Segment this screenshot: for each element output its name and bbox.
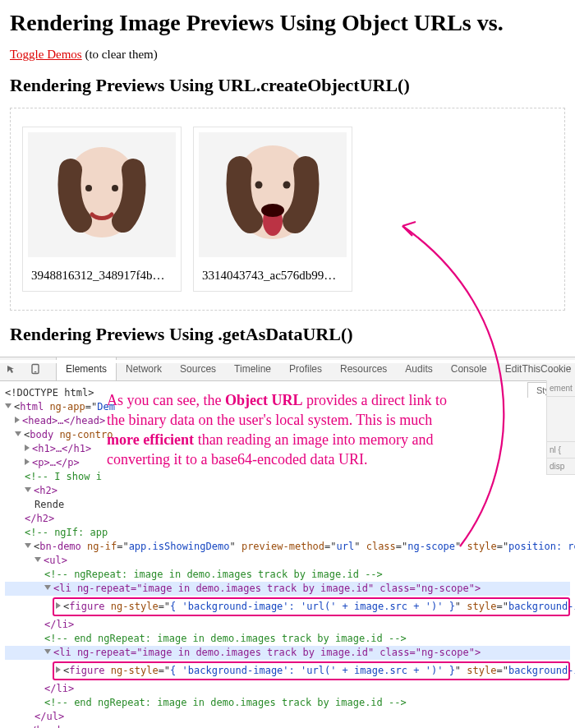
preview-image: [28, 132, 176, 257]
section-divider-mask: [0, 360, 575, 363]
chevron-down-icon[interactable]: [44, 585, 51, 590]
dom-line[interactable]: </li>: [5, 682, 570, 696]
svg-point-4: [255, 182, 263, 189]
dom-line[interactable]: Rende: [5, 498, 570, 512]
dom-line[interactable]: <li ng-repeat="image in demo.images trac…: [5, 646, 570, 660]
svg-point-5: [283, 182, 291, 189]
dom-line[interactable]: <!-- ngRepeat: image in demo.images trac…: [5, 568, 570, 582]
inspect-icon[interactable]: [5, 363, 16, 375]
dom-line[interactable]: <!-- end ngRepeat: image in demo.images …: [5, 696, 570, 710]
dom-line[interactable]: <html ng-app="Dem: [5, 400, 570, 414]
dom-line[interactable]: <h2>: [5, 484, 570, 498]
dom-line[interactable]: <!DOCTYPE html>: [5, 386, 570, 400]
dom-line[interactable]: <p>…</p>: [5, 456, 570, 470]
preview-dropzone[interactable]: 3948816312_348917f4b… 3314043743_ac576db…: [10, 108, 565, 311]
dom-line[interactable]: </h2>: [5, 512, 570, 526]
dom-line[interactable]: <!-- ngIf: app: [5, 526, 570, 540]
dom-line[interactable]: <bn-demo ng-if="app.isShowingDemo" previ…: [5, 540, 570, 554]
dom-line[interactable]: <!-- end ngRepeat: image in demo.images …: [5, 632, 570, 646]
page-title: Rendering Image Previews Using Object UR…: [10, 10, 565, 36]
preview-caption: 3948816312_348917f4b…: [23, 262, 181, 291]
dom-highlight-figure[interactable]: <figure ng-style="{ 'background-image': …: [53, 597, 570, 616]
chevron-down-icon[interactable]: [25, 487, 31, 492]
chevron-right-icon[interactable]: [56, 666, 61, 673]
dom-line[interactable]: </ul>: [5, 710, 570, 724]
toggle-suffix: (to clear them): [82, 48, 158, 61]
svg-point-2: [112, 185, 118, 191]
dom-line[interactable]: </li>: [5, 618, 570, 632]
dom-tree[interactable]: <!DOCTYPE html> <html ng-app="Dem <head>…: [0, 381, 575, 728]
dom-highlight-figure[interactable]: <figure ng-style="{ 'background-image': …: [53, 661, 570, 680]
dom-line[interactable]: <ul>: [5, 554, 570, 568]
preview-card: 3314043743_ac576db99…: [193, 127, 352, 292]
chevron-down-icon[interactable]: [5, 403, 12, 408]
dom-line[interactable]: </bn-demo>: [5, 724, 570, 728]
section2-title: Rendering Previews Using .getAsDataURL(): [10, 324, 565, 345]
preview-caption: 3314043743_ac576db99…: [194, 262, 352, 291]
preview-image: [199, 132, 347, 257]
chevron-right-icon[interactable]: [56, 602, 61, 609]
chevron-down-icon[interactable]: [25, 543, 31, 548]
preview-card: 3948816312_348917f4b…: [22, 127, 182, 292]
toggle-demos-link[interactable]: Toggle Demos: [10, 48, 82, 61]
chevron-down-icon[interactable]: [34, 557, 41, 562]
toggle-row: Toggle Demos (to clear them): [10, 48, 565, 62]
dom-line[interactable]: <head>…</head>: [5, 414, 570, 428]
device-icon[interactable]: [30, 363, 41, 375]
devtools-panel: Elements Network Sources Timeline Profil…: [0, 357, 575, 728]
svg-point-7: [261, 204, 284, 217]
dom-line[interactable]: <body ng-contro: [5, 428, 570, 442]
section1-title: Rendering Previews Using URL.createObjec…: [10, 75, 565, 96]
chevron-right-icon[interactable]: [25, 458, 30, 465]
chevron-down-icon[interactable]: [44, 649, 51, 654]
svg-point-1: [85, 185, 92, 191]
chevron-down-icon[interactable]: [15, 431, 21, 436]
chevron-right-icon[interactable]: [15, 417, 20, 423]
dom-line[interactable]: <h1>…</h1>: [5, 442, 570, 456]
chevron-right-icon[interactable]: [25, 445, 30, 451]
dom-line[interactable]: <!-- I show i: [5, 470, 570, 484]
svg-rect-9: [34, 371, 36, 372]
dom-line[interactable]: <li ng-repeat="image in demo.images trac…: [5, 582, 570, 596]
